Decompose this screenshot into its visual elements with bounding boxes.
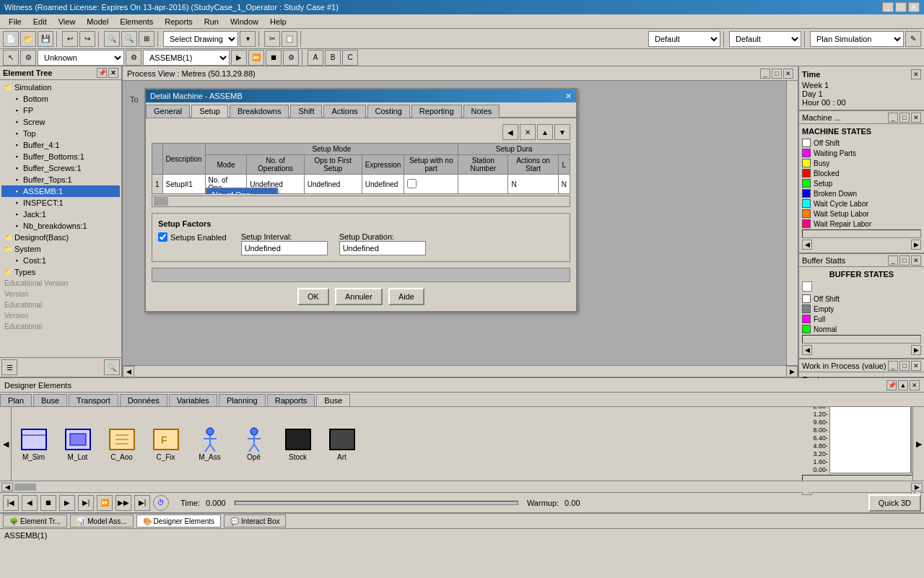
assemb-dropdown[interactable]: ASSEMB(1) (143, 50, 230, 66)
run-next[interactable]: ▶▶ (116, 495, 131, 511)
ds-right[interactable]: ▶ (911, 483, 923, 491)
zoom-in-button[interactable]: 🔍 (104, 31, 120, 47)
run-prev[interactable]: ◀ (22, 495, 38, 511)
tab-notes[interactable]: Notes (463, 105, 500, 118)
cell-mode[interactable]: No. of Ope... No. of Ops No. of Ops Part… (205, 175, 247, 194)
ds-left[interactable]: ◀ (1, 483, 13, 491)
tree-item-nb-breakdowns[interactable]: ▪ Nb_breakdowns:1 (1, 220, 120, 232)
tree-item-system[interactable]: 📁 System (1, 243, 120, 255)
tab-costing[interactable]: Costing (367, 105, 410, 118)
run4[interactable]: ⚙ (283, 50, 299, 66)
designer-mlot[interactable]: M_Lot (61, 427, 94, 461)
tool2[interactable]: 📋 (282, 31, 297, 47)
cell-opsfirst[interactable]: Undefined (304, 175, 362, 194)
taskbar-element-tree[interactable]: 🌳 Element Tr... (3, 514, 67, 527)
designer-ope[interactable]: Opé (237, 427, 270, 461)
bs-minimize[interactable]: _ (888, 255, 898, 266)
plan-btn[interactable]: ✎ (905, 31, 921, 47)
cell-station[interactable] (458, 175, 508, 194)
table-scrollbar[interactable] (152, 196, 570, 207)
select-drawing-dropdown[interactable]: Select Drawing (163, 31, 238, 47)
default-dropdown2[interactable]: Default (729, 31, 801, 47)
tree-item-cost[interactable]: ▪ Cost:1 (1, 255, 120, 266)
dtab-donnees[interactable]: Données (120, 394, 167, 406)
t1[interactable]: A (308, 50, 323, 66)
taskbar-model-ass[interactable]: 📊 Model Ass... (70, 514, 133, 527)
menu-help[interactable]: Help (264, 16, 292, 27)
zoom-fit-button[interactable]: ⊞ (139, 31, 154, 47)
menu-reports[interactable]: Reports (159, 16, 199, 27)
ms-close[interactable]: ✕ (911, 113, 921, 123)
table-nav1[interactable]: ◀ (502, 124, 518, 140)
wip-minimize[interactable]: _ (888, 361, 898, 371)
tool1[interactable]: ✂ (264, 31, 280, 47)
run-step[interactable]: ▶| (78, 495, 94, 511)
designer-scroll-left[interactable]: ◀ (0, 407, 12, 481)
designer-art[interactable]: Art (326, 427, 358, 461)
dtab-transport[interactable]: Transport (69, 394, 118, 406)
tree-item-buffer-tops[interactable]: ▪ Buffer_Tops:1 (1, 174, 120, 185)
run-play[interactable]: ▶ (59, 495, 75, 511)
ok-button[interactable]: OK (297, 288, 329, 305)
cancel-button[interactable]: Annuler (335, 288, 383, 305)
dtab-buse2[interactable]: Buse (316, 394, 350, 406)
tree-item-jack[interactable]: ▪ Jack:1 (1, 209, 120, 220)
run-first[interactable]: |◀ (3, 495, 19, 511)
run-stop[interactable]: ⏹ (40, 495, 56, 511)
unknown-dropdown[interactable]: Unknown (38, 50, 124, 66)
dtab-variables[interactable]: Variables (169, 394, 217, 406)
cell-nopart[interactable] (404, 175, 458, 194)
tab-breakdowns[interactable]: Breakdowns (230, 105, 289, 118)
cell-desc[interactable]: Setup#1 (162, 175, 205, 194)
designer-cfix[interactable]: F C_Fix (149, 427, 182, 461)
aide-button[interactable]: Aide (388, 288, 424, 305)
bs-scrollbar[interactable] (802, 335, 921, 343)
undo-button[interactable]: ↩ (62, 31, 78, 47)
default-dropdown1[interactable]: Default (648, 31, 720, 47)
table-up[interactable]: ▲ (537, 124, 553, 140)
tree-close-btn[interactable]: ✕ (108, 68, 118, 78)
no-part-checkbox[interactable] (407, 179, 417, 188)
drawing-btn[interactable]: ▾ (240, 31, 256, 47)
cell-l[interactable]: N (558, 175, 570, 194)
dtab-rapports[interactable]: Rapports (267, 394, 315, 406)
table-down[interactable]: ▼ (554, 124, 570, 140)
run1[interactable]: ▶ (231, 50, 247, 66)
designer-caoo[interactable]: C_Aoo (105, 427, 138, 461)
tree-item-buffer41[interactable]: ▪ Buffer_4:1 (1, 139, 120, 151)
run-clock[interactable]: ⏱ (153, 495, 169, 511)
tree-item-buffer-bottoms[interactable]: ▪ Buffer_Bottoms:1 (1, 151, 120, 162)
designer-msim[interactable]: M_Sim (17, 427, 50, 461)
tab-actions[interactable]: Actions (323, 105, 365, 118)
time-close-btn[interactable]: ✕ (911, 69, 921, 79)
menu-view[interactable]: View (53, 16, 82, 27)
dtab-plan[interactable]: Plan (0, 394, 32, 406)
taskbar-designer[interactable]: 🎨 Designer Elements (136, 514, 221, 527)
run2[interactable]: ⏩ (248, 50, 264, 66)
tree-item-fp[interactable]: ▪ FP (1, 105, 120, 116)
ds-thumb[interactable] (14, 483, 36, 491)
dropdown-item-noops[interactable]: No. of Ops (206, 188, 277, 194)
bs-close[interactable]: ✕ (911, 255, 921, 266)
interval-input[interactable] (241, 241, 328, 255)
menu-edit[interactable]: Edit (27, 16, 53, 27)
zoom-out-button[interactable]: 🔍 (121, 31, 137, 47)
tree-item-assembb[interactable]: ▪ ASSEMB:1 (1, 185, 120, 197)
redo-button[interactable]: ↪ (79, 31, 95, 47)
menu-window[interactable]: Window (225, 16, 264, 27)
ms-restore[interactable]: □ (899, 113, 910, 123)
tree-item-types[interactable]: 📁 Types (1, 266, 120, 278)
tab-setup[interactable]: Setup (191, 105, 228, 118)
tree-search-btn[interactable]: 🔍 (104, 359, 120, 375)
tree-item-inspect[interactable]: ▪ INSPECT:1 (1, 197, 120, 209)
time-slider[interactable] (235, 501, 518, 505)
menu-file[interactable]: File (3, 16, 27, 27)
table-delete[interactable]: ✕ (520, 124, 536, 140)
t3[interactable]: C (342, 50, 358, 66)
tab-shift[interactable]: Shift (290, 105, 322, 118)
process-view-scrollbar-v[interactable] (786, 81, 798, 365)
ms-left-btn[interactable]: ◀ (802, 240, 812, 250)
tree-item-designof[interactable]: 📁 Designof(Basc) (1, 232, 120, 243)
maximize-button[interactable]: □ (895, 2, 907, 12)
bs-left-btn[interactable]: ◀ (802, 345, 812, 355)
